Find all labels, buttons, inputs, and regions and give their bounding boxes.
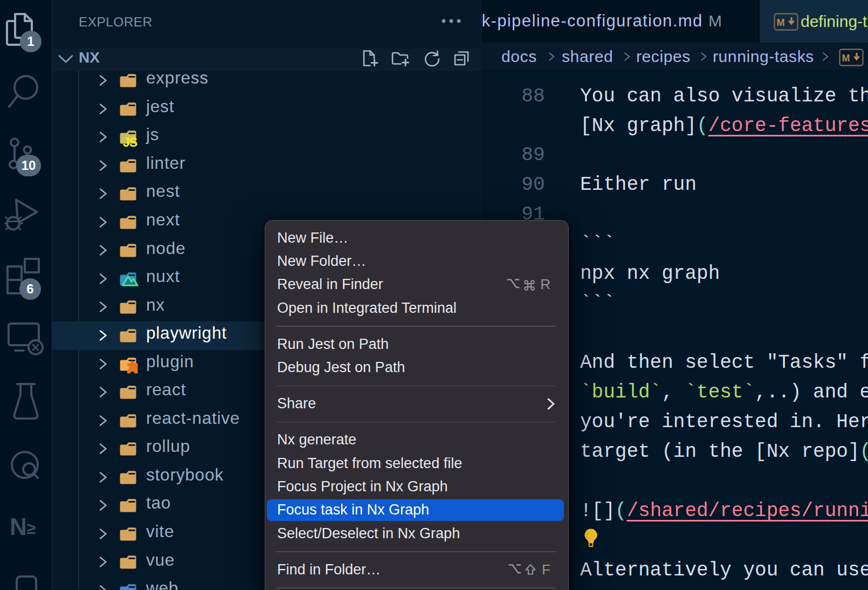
svg-text:JS: JS bbox=[123, 135, 137, 148]
svg-text:M: M bbox=[777, 17, 785, 28]
svg-text:M: M bbox=[842, 53, 850, 64]
